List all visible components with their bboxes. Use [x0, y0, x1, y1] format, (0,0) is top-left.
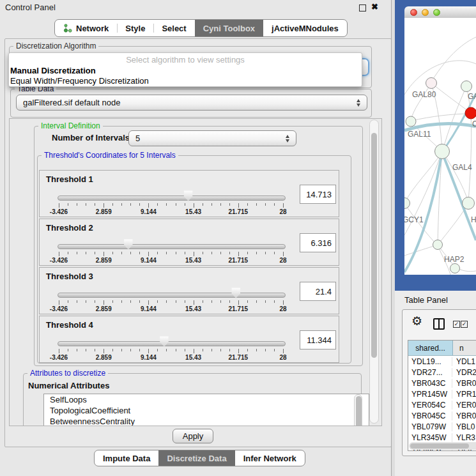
threshold-3-label: Threshold 3	[46, 272, 93, 281]
node-gal80[interactable]	[426, 78, 437, 89]
close-traffic-light-icon[interactable]	[410, 9, 417, 16]
slider-tick	[77, 203, 77, 206]
scrollbar-thumb[interactable]	[356, 396, 362, 426]
node-hap2[interactable]	[433, 240, 443, 250]
threshold-3-value-field[interactable]	[300, 282, 336, 301]
table-cell-name[interactable]: YBR0	[452, 411, 476, 420]
slider-tick-label: 9.144	[141, 354, 157, 361]
tab-discretize-data[interactable]: Discretize Data	[158, 450, 234, 466]
close-icon[interactable]	[371, 2, 378, 12]
tab-style[interactable]: Style	[117, 20, 153, 36]
checkbox-icon[interactable]	[453, 321, 460, 328]
table-data-combobox[interactable]: galFiltered.sif default node	[16, 95, 367, 111]
table-cell-name[interactable]: YER0	[452, 401, 476, 410]
table-cell-shared-name[interactable]: YBR045C	[408, 411, 452, 420]
float-window-icon[interactable]	[359, 4, 366, 12]
table-row[interactable]: YDR27...YDR2	[408, 367, 476, 378]
tab-infer-network[interactable]: Infer Network	[235, 450, 305, 466]
table-cell-shared-name[interactable]: YBL079W	[408, 422, 452, 431]
table-body: YDL19...YDL1YDR27...YDR2YBR043CYBR0YPR14…	[408, 356, 476, 451]
table-cell-shared-name[interactable]: YDL19...	[408, 357, 452, 366]
slider-tick	[176, 349, 176, 351]
minimize-traffic-light-icon[interactable]	[422, 9, 429, 16]
node-bottom-partial[interactable]	[450, 264, 460, 273]
table-row[interactable]: YBR045CYBR0	[408, 410, 476, 421]
node-gcy1[interactable]	[404, 198, 410, 209]
threshold-2-label: Threshold 2	[46, 223, 93, 233]
tab-cyni-toolbox[interactable]: Cyni Toolbox	[195, 20, 263, 36]
checkbox-icon[interactable]	[461, 321, 468, 328]
slider-tick	[112, 203, 113, 206]
attributes-list-scrollbar[interactable]	[354, 394, 362, 426]
table-cell-name[interactable]: YBR0	[452, 379, 476, 388]
node-h[interactable]	[463, 197, 475, 210]
table-row[interactable]: YBR043CYBR0	[408, 378, 476, 388]
slider-tick	[166, 203, 167, 206]
threshold-1-slider-track[interactable]	[58, 196, 286, 201]
node-label: C	[472, 119, 476, 128]
node-attribute-table[interactable]: shared... n YDL19...YDL1YDR27...YDR2YBR0…	[408, 340, 476, 451]
tab-jactivemnodules[interactable]: jActiveMNodules	[263, 20, 347, 36]
tab-select[interactable]: Select	[153, 20, 194, 36]
table-cell-shared-name[interactable]: YPR145W	[408, 390, 452, 399]
table-row[interactable]: YER054CYER0	[408, 399, 476, 410]
column-header-name[interactable]: n	[453, 341, 476, 355]
attribute-list-item[interactable]: BetweennessCentrality	[44, 416, 369, 426]
columns-icon[interactable]	[433, 318, 445, 330]
table-cell-name[interactable]: YPR1	[452, 390, 476, 399]
table-cell-shared-name[interactable]: YDR27...	[408, 368, 452, 377]
table-cell-shared-name[interactable]: YBR043C	[408, 379, 452, 388]
threshold-2-value-field[interactable]	[300, 233, 336, 252]
tab-impute-data[interactable]: Impute Data	[95, 450, 158, 466]
threshold-4-slider-track[interactable]	[58, 341, 286, 346]
table-row[interactable]: YLR345WYLR3	[408, 432, 476, 443]
number-of-intervals-combobox[interactable]: 5	[128, 130, 296, 146]
algorithm-option-manual[interactable]: Manual Discretization	[10, 66, 96, 75]
zoom-traffic-light-icon[interactable]	[433, 9, 440, 16]
table-row[interactable]: YPR145WYPR1	[408, 388, 476, 399]
network-canvas[interactable]: GAL80 GA C GAL11 GAL4 GCY1 H HAP2	[404, 18, 476, 275]
node-gal4[interactable]	[435, 144, 450, 159]
settings-panel-scrollbar[interactable]	[369, 119, 379, 424]
table-row[interactable]: YDL19...YDL1	[408, 356, 476, 367]
gear-icon[interactable]	[411, 315, 422, 327]
apply-button[interactable]: Apply	[173, 429, 213, 443]
slider-tick	[95, 203, 95, 206]
algorithm-placeholder-option[interactable]: Select algorithm to view settings	[9, 55, 362, 65]
control-panel-title: Control Panel	[5, 3, 56, 12]
tab-network[interactable]: Network	[55, 20, 117, 36]
slider-tick	[112, 252, 113, 254]
node-gal11[interactable]	[406, 116, 416, 127]
table-cell-name[interactable]: YBL0	[452, 422, 476, 431]
table-cell-name[interactable]: YDR2	[452, 368, 476, 377]
table-cell-name[interactable]: YDL1	[452, 357, 476, 366]
column-header-shared[interactable]: shared...	[408, 341, 453, 355]
threshold-3-slider-track[interactable]	[58, 293, 286, 298]
threshold-2-slider-track[interactable]	[58, 244, 286, 249]
table-panel-region: Table Panel shared... n YDL19...YDL1YDR2…	[395, 291, 476, 476]
slider-tick	[194, 203, 194, 208]
slider-tick	[238, 349, 239, 353]
table-cell-shared-name[interactable]: YLR345W	[408, 433, 452, 442]
table-cell-name[interactable]: YLR3	[452, 433, 476, 442]
combo-spinner-icon	[286, 135, 289, 142]
node-label: H	[471, 215, 476, 224]
attribute-list-item[interactable]: SelfLoops	[44, 394, 369, 405]
node-top-right[interactable]	[461, 81, 472, 92]
slider-ticks	[58, 300, 284, 305]
table-cell-shared-name[interactable]: YER054C	[408, 401, 452, 410]
threshold-4-value-field[interactable]	[300, 330, 336, 349]
slider-tick-label: 9.144	[141, 305, 157, 312]
threshold-1-value-field[interactable]	[300, 185, 336, 204]
node-label: GAL80	[412, 90, 436, 99]
table-horizontal-scrollbar[interactable]	[409, 442, 476, 450]
algorithm-option-equal-width[interactable]: Equal Width/Frequency Discretization	[10, 76, 149, 86]
scrollbar-thumb[interactable]	[371, 133, 377, 358]
table-row[interactable]: YBL079WYBL0	[408, 421, 476, 432]
network-window-titlebar[interactable]	[404, 6, 476, 19]
attribute-list-item[interactable]: TopologicalCoefficient	[44, 405, 369, 416]
numerical-attributes-list[interactable]: SelfLoopsTopologicalCoefficientBetweenne…	[43, 394, 369, 426]
node-selected-red[interactable]	[465, 107, 476, 119]
scrollbar-thumb[interactable]	[410, 443, 469, 449]
slider-tick-label: 28	[279, 354, 286, 361]
